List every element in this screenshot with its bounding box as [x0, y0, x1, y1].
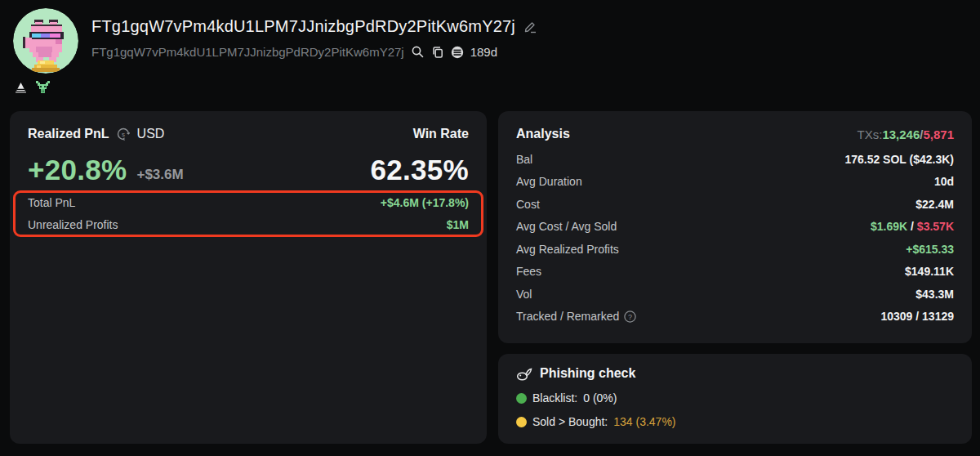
avg-cost-sold-value: $1.69K / $3.57K [871, 220, 954, 233]
wallet-avatar [13, 8, 78, 74]
cost-value: $22.4M [915, 198, 954, 211]
sol-usd-swap-icon: s [116, 127, 131, 141]
txs-sells: 5,871 [923, 127, 954, 141]
total-pnl-label: Total PnL [28, 196, 75, 209]
vol-row: Vol $43.3M [516, 283, 954, 306]
vol-value: $43.3M [915, 288, 954, 301]
wallet-name: FTg1gqW7vPm4kdU1LPM7JJnizbgPdRDy2PitKw6m… [91, 17, 515, 36]
search-icon [411, 45, 425, 59]
analysis-panel: Analysis TXs: 13,246 / 5,871 Bal 176.52 … [498, 111, 972, 343]
fees-value: $149.11K [905, 265, 954, 278]
green-status-dot [516, 393, 527, 404]
bull-badge-icon [36, 81, 50, 94]
copy-address-button[interactable] [431, 46, 444, 59]
txs-summary: TXs: 13,246 / 5,871 [858, 127, 954, 141]
total-pnl-row: Total PnL +$4.6M (+17.8%) [28, 193, 469, 213]
unrealized-profits-row: Unrealized Profits $1M [28, 215, 469, 235]
pixel-pig-avatar [13, 8, 78, 74]
edit-name-button[interactable] [523, 20, 537, 34]
analysis-title: Analysis [516, 127, 570, 141]
realized-pnl-usd: +$3.6M [136, 163, 183, 186]
wallet-age: 189d [470, 45, 497, 59]
currency-toggle-button[interactable]: s [116, 127, 131, 141]
cost-row: Cost $22.4M [516, 193, 954, 216]
avg-realized-profits-label: Avg Realized Profits [516, 243, 619, 256]
explorer-link-button[interactable] [451, 46, 464, 59]
avg-duration-row: Avg Duration 10d [516, 171, 954, 194]
tracked-remarked-label: Tracked / Remarked ? [516, 310, 636, 323]
bal-value: 176.52 SOL ($42.3K) [844, 153, 954, 166]
wallet-title-row: FTg1gqW7vPm4kdU1LPM7JJnizbgPdRDy2PitKw6m… [91, 17, 537, 36]
win-rate-label: Win Rate [413, 127, 469, 141]
avg-realized-profits-value: +$615.33 [906, 243, 954, 256]
unrealized-profits-label: Unrealized Profits [28, 218, 118, 231]
blacklist-value: 0 (0%) [583, 391, 617, 405]
avg-cost-sold-label: Avg Cost / Avg Sold [516, 220, 617, 233]
sold-bought-value: 134 (3.47%) [613, 415, 675, 428]
pyramid-badge-icon [15, 82, 27, 94]
fees-label: Fees [516, 265, 541, 278]
bal-row: Bal 176.52 SOL ($42.3K) [516, 148, 954, 171]
help-icon[interactable]: ? [624, 311, 636, 323]
avg-cost-sold-row: Avg Cost / Avg Sold $1.69K / $3.57K [516, 216, 954, 239]
sold-bought-row: Sold > Bought: 134 (3.47%) [516, 414, 954, 430]
wallet-address-row: FTg1gqW7vPm4kdU1LPM7JJnizbgPdRDy2PitKw6m… [91, 45, 497, 59]
avg-sold-value: $3.57K [917, 220, 954, 233]
svg-text:s: s [122, 131, 125, 138]
fish-icon [516, 366, 532, 382]
cost-label: Cost [516, 198, 540, 211]
realized-pnl-percent: +20.8% [28, 154, 127, 186]
realized-pnl-panel: Realized PnL s USD Win Rate +20.8% +$3.6… [10, 111, 487, 444]
analysis-rows: Bal 176.52 SOL ($42.3K) Avg Duration 10d… [516, 148, 954, 328]
vol-label: Vol [516, 288, 532, 301]
phishing-rows: Blacklist: 0 (0%) Sold > Bought: 134 (3.… [516, 390, 954, 430]
copy-icon [431, 46, 444, 59]
win-rate-value: 62.35% [370, 154, 469, 186]
txs-label: TXs: [858, 127, 883, 141]
bal-label: Bal [516, 153, 532, 166]
svg-text:?: ? [628, 312, 632, 320]
wallet-address: FTg1gqW7vPm4kdU1LPM7JJnizbgPdRDy2PitKw6m… [91, 45, 404, 59]
blacklist-label: Blacklist: [532, 391, 577, 405]
blacklist-row: Blacklist: 0 (0%) [516, 390, 954, 406]
yellow-status-dot [516, 417, 527, 427]
avg-duration-value: 10d [934, 175, 954, 188]
avg-cost-value: $1.69K [871, 220, 907, 233]
sold-bought-label: Sold > Bought: [532, 415, 608, 428]
avg-cost-sold-sep: / [907, 220, 917, 233]
tracked-remarked-text: Tracked / Remarked [516, 310, 619, 323]
total-pnl-value: +$4.6M (+17.8%) [381, 196, 469, 209]
pnl-panel-title: Realized PnL [28, 127, 109, 141]
wallet-badges [15, 81, 50, 94]
search-button[interactable] [411, 45, 425, 59]
phishing-check-panel: Phishing check Blacklist: 0 (0%) Sold > … [498, 354, 972, 444]
currency-label[interactable]: USD [137, 127, 165, 141]
solscan-icon [451, 46, 464, 59]
pencil-icon [523, 20, 537, 34]
avg-duration-label: Avg Duration [516, 175, 582, 188]
tracked-remarked-value: 10309 / 13129 [880, 310, 954, 323]
fees-row: Fees $149.11K [516, 261, 954, 284]
avg-realized-profits-row: Avg Realized Profits +$615.33 [516, 238, 954, 261]
txs-buys: 13,246 [882, 127, 920, 141]
red-annotation-box: Total PnL +$4.6M (+17.8%) Unrealized Pro… [13, 190, 483, 237]
tracked-remarked-row: Tracked / Remarked ? 10309 / 13129 [516, 306, 954, 329]
unrealized-profits-value: $1M [447, 218, 469, 231]
phishing-check-title: Phishing check [540, 366, 635, 381]
